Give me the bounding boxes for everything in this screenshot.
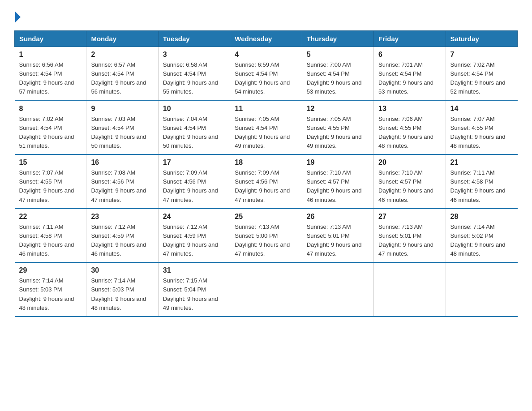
calendar-cell: 17 Sunrise: 7:09 AM Sunset: 4:56 PM Dayl… — [158, 154, 230, 209]
day-number: 5 — [307, 51, 369, 59]
calendar-cell: 31 Sunrise: 7:15 AM Sunset: 5:04 PM Dayl… — [158, 262, 230, 317]
calendar-cell: 29 Sunrise: 7:14 AM Sunset: 5:03 PM Dayl… — [15, 262, 86, 317]
day-info: Sunrise: 7:06 AM Sunset: 4:55 PM Dayligh… — [378, 115, 441, 151]
page-header — [14, 11, 518, 22]
calendar-cell — [302, 262, 373, 317]
day-info: Sunrise: 7:14 AM Sunset: 5:03 PM Dayligh… — [19, 276, 82, 313]
calendar-cell: 10 Sunrise: 7:04 AM Sunset: 4:54 PM Dayl… — [158, 101, 230, 155]
day-info: Sunrise: 7:01 AM Sunset: 4:54 PM Dayligh… — [378, 60, 441, 97]
day-info: Sunrise: 7:13 AM Sunset: 5:00 PM Dayligh… — [235, 223, 297, 259]
day-info: Sunrise: 7:03 AM Sunset: 4:54 PM Dayligh… — [91, 115, 153, 151]
calendar-cell: 23 Sunrise: 7:12 AM Sunset: 4:59 PM Dayl… — [86, 209, 158, 263]
calendar-cell: 1 Sunrise: 6:56 AM Sunset: 4:54 PM Dayli… — [15, 47, 86, 101]
calendar-cell: 12 Sunrise: 7:05 AM Sunset: 4:55 PM Dayl… — [302, 101, 373, 155]
calendar-week-1: 1 Sunrise: 6:56 AM Sunset: 4:54 PM Dayli… — [15, 47, 518, 101]
day-number: 7 — [450, 51, 513, 59]
calendar-cell: 9 Sunrise: 7:03 AM Sunset: 4:54 PM Dayli… — [86, 101, 158, 155]
calendar-cell — [230, 262, 302, 317]
day-number: 28 — [450, 213, 513, 221]
day-number: 4 — [235, 51, 297, 59]
calendar-cell: 5 Sunrise: 7:00 AM Sunset: 4:54 PM Dayli… — [302, 47, 373, 101]
day-number: 16 — [91, 158, 153, 167]
calendar-cell: 8 Sunrise: 7:02 AM Sunset: 4:54 PM Dayli… — [15, 101, 86, 155]
day-number: 25 — [235, 213, 297, 221]
calendar-cell: 14 Sunrise: 7:07 AM Sunset: 4:55 PM Dayl… — [446, 101, 517, 155]
day-info: Sunrise: 7:11 AM Sunset: 4:58 PM Dayligh… — [450, 168, 513, 205]
day-info: Sunrise: 7:02 AM Sunset: 4:54 PM Dayligh… — [450, 60, 513, 97]
weekday-header-wednesday: Wednesday — [230, 31, 302, 47]
calendar-cell: 20 Sunrise: 7:10 AM Sunset: 4:57 PM Dayl… — [374, 154, 446, 209]
day-number: 14 — [450, 105, 513, 113]
weekday-header-monday: Monday — [86, 31, 158, 47]
weekday-header-tuesday: Tuesday — [158, 31, 230, 47]
day-number: 11 — [235, 105, 297, 113]
day-info: Sunrise: 6:56 AM Sunset: 4:54 PM Dayligh… — [19, 60, 82, 97]
day-info: Sunrise: 7:10 AM Sunset: 4:57 PM Dayligh… — [378, 168, 441, 205]
day-info: Sunrise: 7:09 AM Sunset: 4:56 PM Dayligh… — [235, 168, 297, 205]
day-number: 19 — [307, 158, 369, 167]
calendar-cell: 2 Sunrise: 6:57 AM Sunset: 4:54 PM Dayli… — [86, 47, 158, 101]
calendar-cell: 13 Sunrise: 7:06 AM Sunset: 4:55 PM Dayl… — [374, 101, 446, 155]
day-info: Sunrise: 7:07 AM Sunset: 4:55 PM Dayligh… — [450, 115, 513, 151]
calendar-cell: 18 Sunrise: 7:09 AM Sunset: 4:56 PM Dayl… — [230, 154, 302, 209]
calendar-cell: 28 Sunrise: 7:14 AM Sunset: 5:02 PM Dayl… — [446, 209, 517, 263]
day-number: 8 — [19, 105, 82, 113]
calendar-cell: 27 Sunrise: 7:13 AM Sunset: 5:01 PM Dayl… — [374, 209, 446, 263]
calendar-cell — [374, 262, 446, 317]
day-number: 18 — [235, 158, 297, 167]
day-info: Sunrise: 7:12 AM Sunset: 4:59 PM Dayligh… — [163, 223, 225, 259]
day-info: Sunrise: 7:00 AM Sunset: 4:54 PM Dayligh… — [307, 60, 369, 97]
weekday-header-friday: Friday — [374, 31, 446, 47]
day-info: Sunrise: 6:57 AM Sunset: 4:54 PM Dayligh… — [91, 60, 153, 97]
calendar-cell: 11 Sunrise: 7:05 AM Sunset: 4:54 PM Dayl… — [230, 101, 302, 155]
logo — [14, 11, 21, 22]
day-number: 30 — [91, 266, 153, 274]
day-info: Sunrise: 7:07 AM Sunset: 4:55 PM Dayligh… — [19, 168, 82, 205]
calendar-week-5: 29 Sunrise: 7:14 AM Sunset: 5:03 PM Dayl… — [15, 262, 518, 317]
weekday-header-sunday: Sunday — [15, 31, 86, 47]
day-number: 23 — [91, 213, 153, 221]
day-info: Sunrise: 7:14 AM Sunset: 5:03 PM Dayligh… — [91, 276, 153, 313]
day-info: Sunrise: 7:13 AM Sunset: 5:01 PM Dayligh… — [378, 223, 441, 259]
day-number: 26 — [307, 213, 369, 221]
day-info: Sunrise: 7:13 AM Sunset: 5:01 PM Dayligh… — [307, 223, 369, 259]
day-number: 3 — [163, 51, 225, 59]
calendar-cell: 24 Sunrise: 7:12 AM Sunset: 4:59 PM Dayl… — [158, 209, 230, 263]
day-number: 29 — [19, 266, 82, 274]
day-number: 20 — [378, 158, 441, 167]
calendar-cell: 15 Sunrise: 7:07 AM Sunset: 4:55 PM Dayl… — [15, 154, 86, 209]
day-info: Sunrise: 7:02 AM Sunset: 4:54 PM Dayligh… — [19, 115, 82, 151]
day-number: 13 — [378, 105, 441, 113]
day-info: Sunrise: 7:12 AM Sunset: 4:59 PM Dayligh… — [91, 223, 153, 259]
calendar-cell: 7 Sunrise: 7:02 AM Sunset: 4:54 PM Dayli… — [446, 47, 517, 101]
day-info: Sunrise: 7:09 AM Sunset: 4:56 PM Dayligh… — [163, 168, 225, 205]
weekday-header-row: SundayMondayTuesdayWednesdayThursdayFrid… — [15, 31, 518, 47]
day-info: Sunrise: 7:15 AM Sunset: 5:04 PM Dayligh… — [163, 276, 225, 313]
day-info: Sunrise: 7:05 AM Sunset: 4:54 PM Dayligh… — [235, 115, 297, 151]
calendar-cell: 21 Sunrise: 7:11 AM Sunset: 4:58 PM Dayl… — [446, 154, 517, 209]
day-info: Sunrise: 7:08 AM Sunset: 4:56 PM Dayligh… — [91, 168, 153, 205]
calendar-cell: 6 Sunrise: 7:01 AM Sunset: 4:54 PM Dayli… — [374, 47, 446, 101]
day-info: Sunrise: 7:14 AM Sunset: 5:02 PM Dayligh… — [450, 223, 513, 259]
day-info: Sunrise: 7:04 AM Sunset: 4:54 PM Dayligh… — [163, 115, 225, 151]
day-info: Sunrise: 7:10 AM Sunset: 4:57 PM Dayligh… — [307, 168, 369, 205]
day-number: 21 — [450, 158, 513, 167]
weekday-header-saturday: Saturday — [446, 31, 517, 47]
day-number: 10 — [163, 105, 225, 113]
day-info: Sunrise: 7:11 AM Sunset: 4:58 PM Dayligh… — [19, 223, 82, 259]
calendar-cell: 16 Sunrise: 7:08 AM Sunset: 4:56 PM Dayl… — [86, 154, 158, 209]
calendar-cell: 25 Sunrise: 7:13 AM Sunset: 5:00 PM Dayl… — [230, 209, 302, 263]
day-number: 12 — [307, 105, 369, 113]
calendar-week-3: 15 Sunrise: 7:07 AM Sunset: 4:55 PM Dayl… — [15, 154, 518, 209]
logo-triangle-icon — [15, 12, 21, 22]
calendar-header: SundayMondayTuesdayWednesdayThursdayFrid… — [15, 31, 518, 47]
calendar-table: SundayMondayTuesdayWednesdayThursdayFrid… — [14, 30, 518, 317]
calendar-cell: 26 Sunrise: 7:13 AM Sunset: 5:01 PM Dayl… — [302, 209, 373, 263]
day-number: 17 — [163, 158, 225, 167]
day-info: Sunrise: 6:59 AM Sunset: 4:54 PM Dayligh… — [235, 60, 297, 97]
day-number: 27 — [378, 213, 441, 221]
calendar-cell — [446, 262, 517, 317]
calendar-cell: 22 Sunrise: 7:11 AM Sunset: 4:58 PM Dayl… — [15, 209, 86, 263]
weekday-header-thursday: Thursday — [302, 31, 373, 47]
calendar-cell: 3 Sunrise: 6:58 AM Sunset: 4:54 PM Dayli… — [158, 47, 230, 101]
